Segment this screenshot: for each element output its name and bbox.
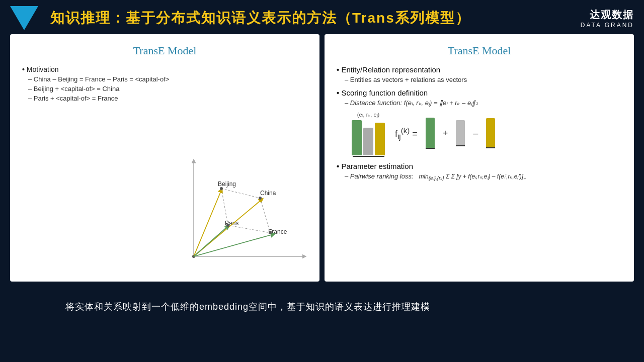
svg-line-11 (221, 189, 260, 198)
main-content: TransE Model Motivation China – Beijing … (0, 34, 644, 286)
left-bullet-list: Motivation China – Beijing = France – Pa… (22, 65, 307, 102)
bullet-3: Paris + <capital-of> = France (28, 95, 307, 102)
rk-bar (363, 128, 373, 155)
section2: Scoring function definition Distance fun… (337, 88, 622, 157)
formula-bar-gray (456, 120, 465, 146)
vector-visualization: (eᵢ, rₖ, eⱼ) (352, 112, 622, 157)
svg-point-18 (269, 231, 272, 234)
logo-triangle-icon (10, 6, 38, 30)
vector-label-top: (eᵢ, rₖ, eⱼ) (357, 112, 379, 118)
rk-bar-group (363, 128, 373, 155)
svg-point-15 (220, 187, 223, 190)
svg-line-14 (260, 198, 270, 233)
ej-bar-group (375, 123, 385, 155)
ei-bar-group (352, 120, 362, 155)
section3: Parameter estimation Pairwise ranking lo… (337, 162, 622, 181)
header: 知识推理：基于分布式知识语义表示的方法（Trans系列模型） 达观数据 DATA… (0, 0, 644, 34)
section1: Entity/Relation representation Entities … (337, 65, 622, 83)
left-slide: TransE Model Motivation China – Beijing … (10, 34, 319, 282)
brand-name-en: DATA GRAND (581, 22, 634, 29)
svg-point-17 (226, 224, 229, 227)
svg-point-16 (259, 197, 262, 200)
motivation-sub-list: China – Beijing = France – Paris = <capi… (28, 75, 307, 102)
formula-bar-green (426, 118, 435, 149)
svg-line-7 (194, 190, 221, 256)
header-left: 知识推理：基于分布式知识语义表示的方法（Trans系列模型） (10, 6, 470, 30)
formula-bar-yellow (486, 118, 495, 148)
subtitle-text: 将实体和关系映射到一个低维的embedding空间中，基于知识的语义表达进行推理… (65, 302, 430, 312)
ej-bar (375, 123, 385, 155)
vector-bars (352, 120, 385, 155)
plus-sign: + (443, 128, 448, 139)
formula-right-group: fij(k) = + – (395, 118, 495, 149)
section1-sub: Entities as vectors + relations as vecto… (345, 76, 622, 83)
formula-min: min{eᵢ},{rₖ} Σ Σ [γ + f(eᵢ,rₖ,eⱼ) – f(eᵢ… (419, 173, 526, 180)
trans-e-graph: Beijing China Paris France (184, 151, 314, 272)
right-slide: TransE Model Entity/Relation representat… (325, 34, 634, 282)
section2-title: Scoring function definition (337, 88, 622, 97)
minus-sign: – (473, 128, 478, 139)
section3-title: Parameter estimation (337, 162, 622, 170)
brand-name-cn: 达观数据 (581, 8, 634, 22)
section3-sub: Pairwise ranking loss: min{eᵢ},{rₖ} Σ Σ … (345, 172, 622, 181)
graph-area: Beijing China Paris France (184, 151, 314, 272)
svg-text:China: China (260, 190, 276, 197)
right-slide-title: TransE Model (337, 44, 622, 57)
subtitle-bar: 将实体和关系映射到一个低维的embedding空间中，基于知识的语义表达进行推理… (0, 286, 644, 313)
section2-sub: Distance function: f(eᵢ, rₖ, eⱼ) = ‖eᵢ +… (345, 99, 622, 107)
section1-title: Entity/Relation representation (337, 65, 622, 74)
bullet-2: Beijing + <capital-of> = China (28, 85, 307, 93)
left-slide-title: TransE Model (22, 44, 307, 57)
ei-bar (352, 120, 362, 155)
svg-text:Beijing: Beijing (218, 180, 236, 188)
formula-label: fij(k) = (395, 126, 418, 141)
bar-baseline (353, 156, 384, 157)
bullet-1: China – Beijing = France – Paris = <capi… (28, 75, 307, 83)
brand-logo: 达观数据 DATA GRAND (581, 8, 634, 29)
page-title: 知识推理：基于分布式知识语义表示的方法（Trans系列模型） (50, 9, 470, 28)
vector-group-left: (eᵢ, rₖ, eⱼ) (352, 112, 385, 157)
motivation-item: Motivation China – Beijing = France – Pa… (22, 65, 307, 102)
